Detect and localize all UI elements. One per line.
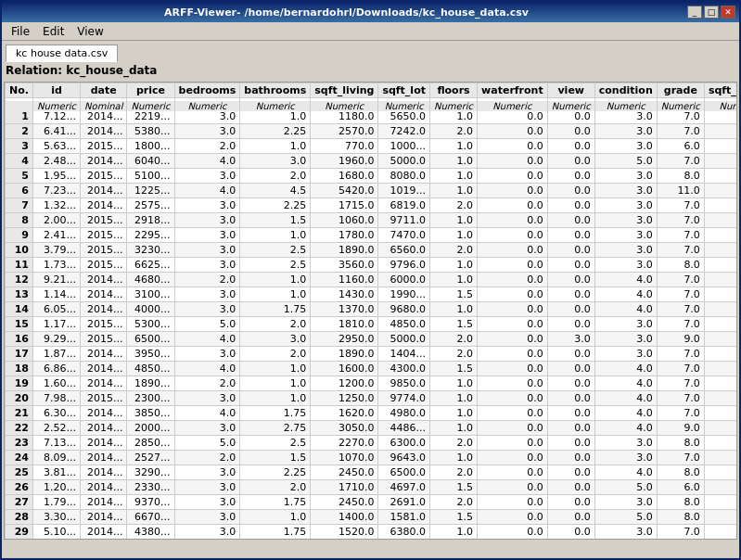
table-container[interactable]: No. id date price bedrooms bathrooms sqf…: [4, 82, 737, 540]
col-type-condition: Numeric: [594, 100, 657, 111]
cell: 7.23...: [32, 184, 80, 198]
cell: 1050: [704, 154, 737, 169]
cell: 2270: [704, 436, 737, 451]
cell: 2015...: [81, 258, 127, 273]
cell: 6.0: [657, 480, 704, 495]
col-header-waterfront: waterfront: [478, 83, 548, 98]
cell: 7.98...: [32, 391, 80, 406]
cell: 2015...: [81, 228, 127, 243]
menu-view[interactable]: View: [71, 24, 109, 39]
cell: 2918...: [127, 213, 174, 228]
cell: 3.0: [594, 347, 657, 362]
cell: 2.0: [429, 124, 477, 139]
column-types: Numeric Nominal Numeric Numeric Numeric …: [6, 98, 738, 109]
row-number: 22: [6, 421, 33, 436]
col-header-condition: condition: [594, 83, 657, 98]
maximize-button[interactable]: □: [704, 6, 719, 19]
data-table: No. id date price bedrooms bathrooms sqf…: [5, 83, 737, 540]
cell: 3.0: [594, 198, 657, 213]
cell: 3.0: [594, 451, 657, 465]
table-row: 82.00...2015...2918...3.01.51060.09711.0…: [6, 213, 738, 228]
cell: 1.73...: [32, 258, 80, 273]
cell: 3.0: [174, 347, 240, 362]
cell: 0.0: [547, 124, 594, 139]
cell: 1250.0: [311, 391, 378, 406]
cell: 1.0: [429, 391, 477, 406]
cell: 9.21...: [32, 273, 80, 287]
cell: 2450.0: [311, 465, 378, 480]
cell: 2.0: [240, 480, 311, 495]
cell: 3.0: [174, 228, 240, 243]
cell: 2.52...: [32, 421, 80, 436]
cell: 3.0: [594, 258, 657, 273]
row-number: 4: [6, 154, 33, 169]
cell: 3.0: [174, 258, 240, 273]
cell: 2014...: [81, 436, 127, 451]
cell: 3.0: [594, 332, 657, 347]
title-bar: ARFF-Viewer- /home/bernardohrl/Downloads…: [2, 2, 739, 22]
cell: 0.0: [547, 406, 594, 421]
cell: 2015...: [81, 317, 127, 332]
cell: 0.0: [478, 154, 548, 169]
cell: 1225...: [127, 184, 174, 198]
cell: 11.0: [657, 184, 704, 198]
cell: 3.0: [174, 480, 240, 495]
cell: 1370.0: [311, 302, 378, 317]
cell: 1.0: [429, 376, 477, 391]
cell: 0.0: [547, 465, 594, 480]
cell: 5100...: [127, 169, 174, 184]
cell: 2.0: [174, 273, 240, 287]
cell: 4.0: [174, 332, 240, 347]
cell: 9.0: [657, 421, 704, 436]
col-type-view: Numeric: [547, 100, 594, 111]
cell: 0.0: [478, 451, 548, 465]
menu-file[interactable]: File: [6, 24, 35, 39]
cell: 9370...: [127, 495, 174, 510]
cell: 7.0: [657, 287, 704, 302]
cell: 1890: [704, 347, 737, 362]
table-row: 253.81...2014...3290...3.02.252450.06500…: [6, 465, 738, 480]
row-number: 9: [6, 228, 33, 243]
col-type-sqft-abo: Numeric: [704, 100, 737, 111]
cell: 1370: [704, 302, 737, 317]
cell: 3560.0: [311, 258, 378, 273]
cell: 0.0: [478, 213, 548, 228]
cell: 1980: [704, 332, 737, 347]
cell: 2.0: [429, 465, 477, 480]
menu-edit[interactable]: Edit: [37, 24, 70, 39]
cell: 1430: [704, 287, 737, 302]
minimize-button[interactable]: _: [687, 6, 702, 19]
cell: 2014...: [81, 465, 127, 480]
close-button[interactable]: ✕: [721, 6, 735, 19]
cell: 2.5: [240, 258, 311, 273]
cell: 1.75: [240, 302, 311, 317]
cell: 1890.0: [311, 243, 378, 258]
row-number: 6: [6, 184, 33, 198]
tab-kc-house[interactable]: kc house data.csv: [6, 45, 118, 62]
cell: 1.95...: [32, 169, 80, 184]
cell: 6560.0: [378, 243, 430, 258]
cell: 1.5: [429, 510, 477, 525]
table-row: 261.20...2014...2330...3.02.01710.04697.…: [6, 480, 738, 495]
cell: 5.0: [174, 436, 240, 451]
cell: 1.32...: [32, 198, 80, 213]
cell: 4.0: [594, 273, 657, 287]
row-number: 24: [6, 451, 33, 465]
cell: 6670...: [127, 510, 174, 525]
cell: 1581.0: [378, 510, 430, 525]
cell: 0.0: [478, 243, 548, 258]
table-row: 237.13...2014...2850...5.02.52270.06300.…: [6, 436, 738, 451]
cell: 0.0: [547, 317, 594, 332]
cell: 7.0: [657, 198, 704, 213]
cell: 3.0: [174, 495, 240, 510]
cell: 0.0: [478, 124, 548, 139]
cell: 7.0: [657, 228, 704, 243]
cell: 1710: [704, 480, 737, 495]
table-row: 26.41...2014...5380...3.02.252570.07242.…: [6, 124, 738, 139]
row-number: 18: [6, 362, 33, 376]
cell: 6000.0: [378, 273, 430, 287]
cell: 7.0: [657, 406, 704, 421]
cell: 9796.0: [378, 258, 430, 273]
cell: 1520.0: [311, 525, 378, 540]
cell: 8080.0: [378, 169, 430, 184]
